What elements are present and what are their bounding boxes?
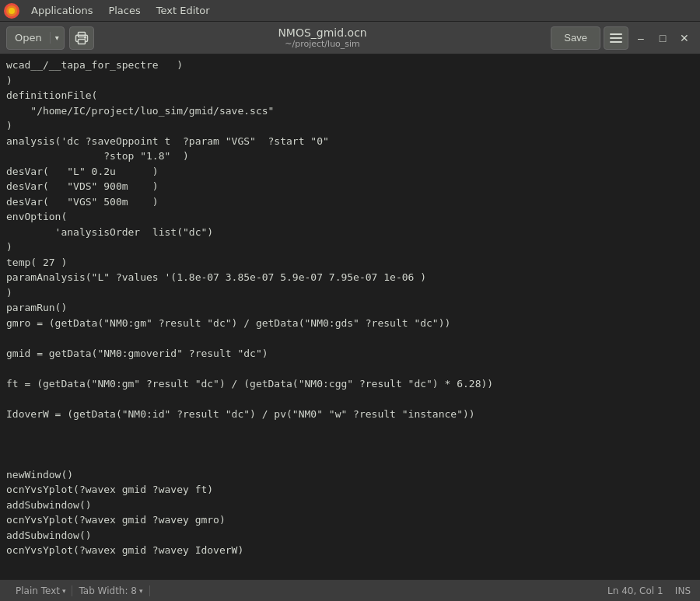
svg-point-2: [9, 8, 15, 14]
svg-rect-6: [610, 33, 622, 35]
open-button[interactable]: Open ▾: [6, 26, 65, 50]
minimize-button[interactable]: –: [632, 29, 650, 47]
menu-places[interactable]: Places: [100, 3, 148, 18]
statusbar: Plain Text ▾ Tab Width: 8 ▾ Ln 40, Col 1…: [0, 579, 700, 601]
cursor-position: Ln 40, Col 1: [607, 585, 663, 596]
menu-text-editor[interactable]: Text Editor: [149, 3, 218, 18]
hamburger-menu-button[interactable]: [604, 26, 628, 50]
save-button[interactable]: Save: [551, 26, 600, 50]
hamburger-icon: [610, 32, 622, 44]
open-dropdown-arrow-icon[interactable]: ▾: [51, 33, 64, 42]
toolbar-right: Save – □ ✕: [551, 26, 694, 50]
editor-area[interactable]: wcad__/__tapa_for_spectre ) ) definition…: [0, 54, 700, 579]
close-button[interactable]: ✕: [675, 29, 694, 47]
app-logo-icon: [3, 2, 20, 19]
input-mode: INS: [675, 585, 691, 596]
svg-rect-8: [610, 41, 622, 43]
language-selector[interactable]: Plain Text ▾: [9, 585, 72, 596]
cursor-position-display: Ln 40, Col 1 INS: [607, 585, 691, 596]
menubar: Applications Places Text Editor: [0, 0, 700, 22]
title-area: NMOS_gmid.ocn ~/project/luo_sim: [94, 26, 551, 49]
maximize-button[interactable]: □: [653, 29, 672, 47]
svg-point-5: [85, 37, 86, 38]
svg-rect-7: [610, 37, 622, 39]
tab-width-dropdown-icon: ▾: [139, 587, 143, 595]
toolbar: Open ▾ NMOS_gmid.ocn ~/project/luo_sim S…: [0, 22, 700, 54]
language-dropdown-icon: ▾: [62, 587, 66, 595]
language-label: Plain Text: [16, 585, 60, 596]
file-path: ~/project/luo_sim: [285, 39, 360, 49]
file-title: NMOS_gmid.ocn: [278, 26, 366, 39]
svg-rect-4: [78, 39, 85, 44]
print-button[interactable]: [69, 26, 94, 50]
open-button-label: Open: [7, 32, 51, 44]
tab-width-label: Tab Width: 8: [79, 585, 136, 596]
tab-width-selector[interactable]: Tab Width: 8 ▾: [72, 585, 149, 596]
print-icon: [75, 31, 89, 45]
menu-applications[interactable]: Applications: [23, 3, 100, 18]
